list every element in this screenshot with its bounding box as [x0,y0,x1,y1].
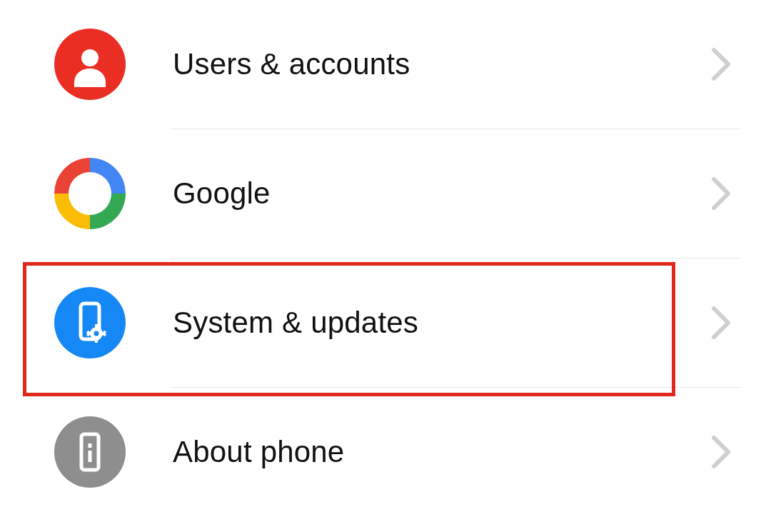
chevron-right-icon [710,433,734,471]
settings-list: Users & accounts Google [0,0,771,516]
settings-row-label: Google [126,176,710,211]
chevron-right-icon [710,304,734,341]
settings-row-system-updates[interactable]: System & updates [0,259,771,387]
settings-row-users-accounts[interactable]: Users & accounts [0,0,771,129]
svg-point-9 [94,331,99,336]
chevron-right-icon [710,46,734,83]
svg-rect-10 [95,324,98,328]
svg-rect-19 [89,443,92,448]
settings-row-label: System & updates [126,306,710,340]
svg-rect-11 [95,339,98,343]
settings-row-about-phone[interactable]: About phone [0,388,771,516]
svg-point-0 [81,49,99,66]
google-icon [54,158,126,229]
settings-row-label: Users & accounts [126,47,710,81]
phone-gear-icon [54,287,126,358]
svg-rect-20 [89,451,92,462]
settings-row-google[interactable]: Google [0,129,771,258]
settings-row-label: About phone [126,435,710,469]
person-icon [54,29,126,100]
chevron-right-icon [710,175,734,212]
phone-info-icon [54,416,126,488]
